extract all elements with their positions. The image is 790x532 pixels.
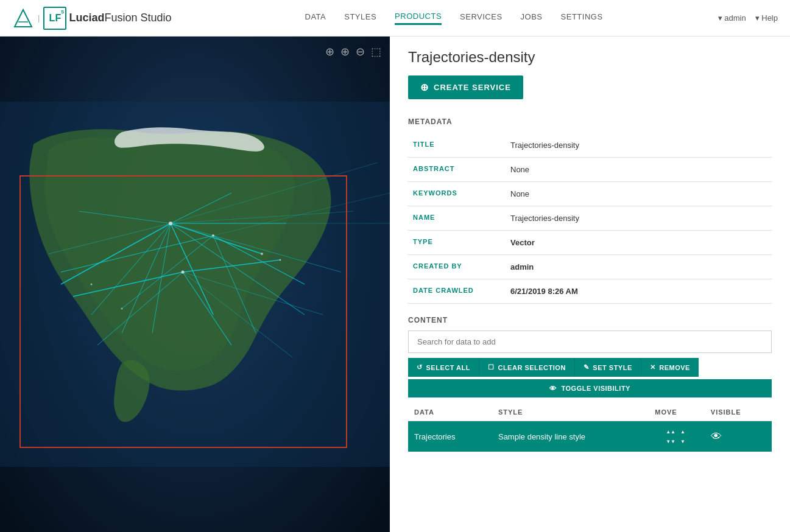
- svg-point-34: [121, 308, 123, 310]
- col-header-data: DATA: [408, 404, 492, 421]
- remove-button[interactable]: ✕ REMOVE: [641, 358, 699, 377]
- help-menu[interactable]: ▾ Help: [755, 13, 778, 23]
- nav-services[interactable]: SERVICES: [460, 12, 503, 24]
- set-style-icon: ✎: [584, 363, 590, 371]
- nav-settings[interactable]: SETTINGS: [561, 12, 603, 24]
- app-header: | LFS LuciadFusion Studio DATA STYLES PR…: [0, 0, 790, 37]
- toggle-visibility-icon: 👁: [549, 385, 557, 392]
- logo-sup: S: [61, 9, 64, 15]
- search-input[interactable]: [408, 331, 772, 353]
- remove-label: REMOVE: [659, 364, 690, 371]
- create-service-button[interactable]: ⊕ CREATE SERVICE: [408, 75, 523, 99]
- zoom-in-button[interactable]: ⊕: [340, 45, 350, 58]
- main-nav: DATA STYLES PRODUCTS SERVICES JOBS SETTI…: [189, 12, 718, 25]
- nav-jobs[interactable]: JOBS: [521, 12, 543, 24]
- metadata-key-type: TYPE: [408, 231, 506, 255]
- move-up-button[interactable]: ▲: [677, 427, 688, 436]
- move-down-button[interactable]: ▼: [677, 437, 688, 446]
- select-all-button[interactable]: ↺ SELECT ALL: [408, 358, 479, 377]
- toggle-visibility-button[interactable]: 👁 TOGGLE VISIBILITY: [408, 379, 772, 397]
- metadata-val-created-by: admin: [506, 255, 772, 279]
- metadata-row-created-by: CREATED BY admin: [408, 255, 772, 279]
- nav-products[interactable]: PRODUCTS: [395, 12, 442, 25]
- header-right: ▾ admin ▾ Help: [718, 13, 778, 23]
- metadata-row-date-crawled: DATE CRAWLED 6/21/2019 8:26 AM: [408, 279, 772, 304]
- metadata-val-abstract: None: [506, 158, 772, 182]
- clear-selection-label: CLEAR SELECTION: [498, 364, 565, 371]
- zoom-out-button[interactable]: ⊖: [356, 45, 365, 58]
- table-row[interactable]: Trajectories Sample density line style ▲…: [408, 421, 772, 452]
- metadata-key-keywords: KEYWORDS: [408, 182, 506, 206]
- map-toolbar: ⊕ ⊕ ⊖ ⬚: [325, 45, 381, 58]
- metadata-row-type: TYPE Vector: [408, 231, 772, 255]
- content-table: DATA STYLE MOVE VISIBLE Trajectories Sam…: [408, 404, 772, 452]
- data-cell-style: Sample density line style: [492, 421, 649, 452]
- nav-styles[interactable]: STYLES: [344, 12, 376, 24]
- select-all-label: SELECT ALL: [426, 364, 470, 371]
- data-cell-name: Trajectories: [408, 421, 492, 452]
- svg-point-31: [261, 253, 263, 255]
- data-cell-move: ▲▲ ▲ ▼▼ ▼: [649, 421, 705, 452]
- metadata-key-created-by: CREATED BY: [408, 255, 506, 279]
- svg-marker-0: [15, 10, 32, 27]
- map-background: ⊕ ⊕ ⊖ ⬚: [0, 37, 390, 532]
- move-controls: ▲▲ ▲ ▼▼ ▼: [655, 427, 699, 446]
- external-button[interactable]: ⬚: [371, 45, 381, 58]
- table-header-row: DATA STYLE MOVE VISIBLE: [408, 404, 772, 421]
- right-panel: Trajectories-density ⊕ CREATE SERVICE ME…: [390, 37, 790, 532]
- metadata-key-name: NAME: [408, 206, 506, 231]
- clear-selection-icon: ☐: [488, 363, 495, 371]
- user-menu[interactable]: ▾ admin: [718, 13, 746, 23]
- move-bottom-button[interactable]: ▼▼: [665, 437, 676, 446]
- map-svg: [0, 37, 390, 532]
- metadata-val-title: Trajectories-density: [506, 133, 772, 158]
- select-all-icon: ↺: [417, 363, 423, 371]
- create-service-icon: ⊕: [420, 82, 429, 93]
- metadata-val-date-crawled: 6/21/2019 8:26 AM: [506, 279, 772, 304]
- metadata-val-name: Trajectories-density: [506, 206, 772, 231]
- move-top-button[interactable]: ▲▲: [665, 427, 676, 436]
- clear-selection-button[interactable]: ☐ CLEAR SELECTION: [479, 358, 575, 377]
- content-header: CONTENT: [408, 316, 772, 324]
- brand-icon: [12, 7, 34, 29]
- metadata-header: METADATA: [408, 117, 772, 126]
- metadata-key-date-crawled: DATE CRAWLED: [408, 279, 506, 304]
- remove-icon: ✕: [650, 363, 656, 371]
- svg-point-30: [182, 271, 185, 274]
- metadata-row-name: NAME Trajectories-density: [408, 206, 772, 231]
- metadata-row-keywords: KEYWORDS None: [408, 182, 772, 206]
- col-header-move: MOVE: [649, 404, 705, 421]
- metadata-val-keywords: None: [506, 182, 772, 206]
- svg-point-29: [212, 234, 214, 237]
- metadata-row-abstract: ABSTRACT None: [408, 158, 772, 182]
- nav-data[interactable]: DATA: [305, 12, 326, 24]
- set-style-button[interactable]: ✎ SET STYLE: [575, 358, 641, 377]
- metadata-row-title: TITLE Trajectories-density: [408, 133, 772, 158]
- metadata-val-type: Vector: [506, 231, 772, 255]
- svg-point-28: [169, 222, 172, 225]
- visibility-icon[interactable]: 👁: [711, 430, 722, 443]
- toggle-visibility-label: TOGGLE VISIBILITY: [562, 385, 630, 392]
- locate-button[interactable]: ⊕: [325, 45, 334, 58]
- create-service-label: CREATE SERVICE: [434, 83, 511, 92]
- logo-area: | LFS LuciadFusion Studio: [12, 7, 171, 30]
- data-cell-visible: 👁: [705, 421, 772, 452]
- set-style-label: SET STYLE: [593, 364, 632, 371]
- metadata-key-abstract: ABSTRACT: [408, 158, 506, 182]
- col-header-style: STYLE: [492, 404, 649, 421]
- logo-text: LuciadFusion Studio: [69, 12, 171, 24]
- product-title: Trajectories-density: [408, 49, 772, 66]
- main-content: ⊕ ⊕ ⊖ ⬚ Trajectories-density ⊕ CREATE SE…: [0, 37, 790, 532]
- map-panel: ⊕ ⊕ ⊖ ⬚: [0, 37, 390, 532]
- metadata-key-title: TITLE: [408, 133, 506, 158]
- content-actions: ↺ SELECT ALL ☐ CLEAR SELECTION ✎ SET STY…: [408, 358, 772, 377]
- logo-box: LFS: [43, 7, 66, 30]
- svg-point-32: [91, 284, 93, 285]
- metadata-table: TITLE Trajectories-density ABSTRACT None…: [408, 133, 772, 304]
- svg-point-33: [280, 259, 281, 261]
- col-header-visible: VISIBLE: [705, 404, 772, 421]
